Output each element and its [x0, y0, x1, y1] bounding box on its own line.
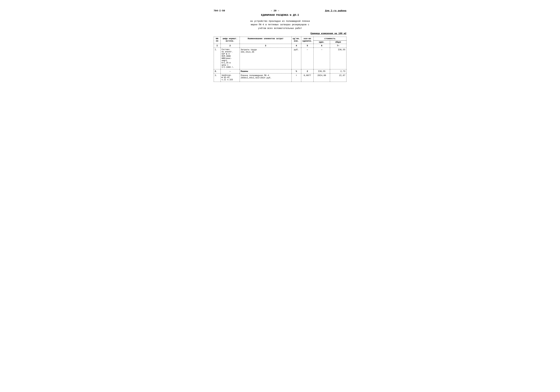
index-7: 7• — [330, 44, 346, 48]
row3-name: Пленка полиамидная ПК-42650xI,04xI,02I=2… — [240, 73, 291, 82]
doc-title: ЕДИНИЧНАЯ РАСЦЕНКА № ДП-I — [214, 14, 347, 17]
row3-cost-total: 2I,67 — [330, 73, 346, 82]
row2-name: Машины — [240, 69, 291, 73]
col-header-cost-unit: един. — [314, 41, 330, 44]
row1-code: Составх. по аналог. СЕР № 4 ПСМ-3000 НИИ… — [220, 48, 240, 69]
row3-cost-unit: 28I4,00 — [314, 73, 330, 82]
doc-code: 704-I-50 — [214, 10, 225, 12]
table-header-row-1: №№ пп шифр нормат. источн. Наименование … — [214, 37, 346, 41]
index-5: 5 — [301, 44, 314, 48]
index-3: 3 — [240, 44, 291, 48]
row1-qty: — — [301, 48, 314, 69]
row1-cost-unit: — — [314, 48, 330, 69]
doc-description: на устройство прокладки из полиамидной п… — [214, 20, 347, 30]
table-row: 2. — Машины % 2 I36,55 2,73 — [214, 69, 346, 73]
col-header-name: Наименование элементов затрат — [240, 37, 291, 44]
desc-line2: марки ПК-4 в петлевых затворах резервуар… — [251, 23, 309, 26]
row2-unit: % — [291, 69, 301, 73]
index-2: 2 — [220, 44, 240, 48]
page-header: 704-I-50 - 29 - Для I-го района — [214, 10, 347, 12]
row2-qty: 2 — [301, 69, 314, 73]
row2-code: — — [220, 69, 240, 73]
row1-name: Затраты трудаIOI,I5xI,35 — [240, 48, 291, 69]
col-header-unit: ед'ин. изм. — [291, 37, 301, 44]
col-header-cost-total: общая — [330, 41, 346, 44]
desc-line1: на устройство прокладки из полиамидной п… — [250, 20, 310, 22]
row2-num: 2. — [214, 69, 220, 73]
table-row: 3. прейскур. № 05-01 ч.II п.325 Пленка п… — [214, 73, 346, 82]
row2-cost-unit: I36,55 — [314, 69, 330, 73]
index-4: 4 — [291, 44, 301, 48]
row1-cost-total: I36,55 — [330, 48, 346, 69]
row2-cost-total: 2,73 — [330, 69, 346, 73]
row1-unit: руб. — [291, 48, 301, 69]
page-number: - 29 - — [225, 10, 325, 12]
col-header-cost: стоимость — [314, 37, 346, 41]
row3-num: 3. — [214, 73, 220, 82]
row3-qty: 0,0077 — [301, 73, 314, 82]
table-body: I. Составх. по аналог. СЕР № 4 ПСМ-3000 … — [214, 48, 346, 82]
row3-unit: т — [291, 73, 301, 82]
col-header-qty: кол-во единичн. — [301, 37, 314, 44]
table-row: I. Составх. по аналог. СЕР № 4 ПСМ-3000 … — [214, 48, 346, 69]
index-6: 6 — [314, 44, 330, 48]
main-table: №№ пп шифр нормат. источн. Наименование … — [214, 37, 347, 82]
row1-num: I. — [214, 48, 220, 69]
region-label: Для I-го района — [325, 10, 346, 12]
table-index-row: I 2 3 4 5 6 7• — [214, 44, 346, 48]
col-header-code: шифр нормат. источн. — [220, 37, 240, 44]
col-header-num: №№ пп — [214, 37, 220, 44]
row3-code: прейскур. № 05-01 ч.II п.325 — [220, 73, 240, 82]
index-1: I — [214, 44, 220, 48]
unit-label: Единица измерения на 100 м2 — [214, 32, 347, 35]
desc-line3: учётом всех вспомогательных работ — [258, 27, 302, 29]
